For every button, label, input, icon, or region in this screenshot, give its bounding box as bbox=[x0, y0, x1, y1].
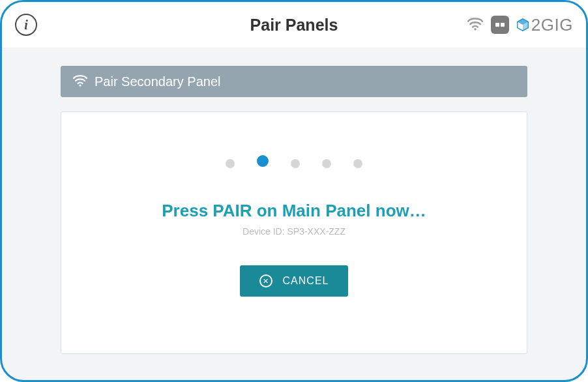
power-plug-icon bbox=[491, 16, 509, 34]
header-status-icons: 2GIG bbox=[466, 15, 573, 35]
info-icon[interactable]: i bbox=[15, 14, 37, 36]
x-circle-icon: ✕ bbox=[259, 274, 272, 287]
progress-dot bbox=[291, 159, 300, 168]
screen-frame: i Pair Panels bbox=[0, 0, 588, 382]
device-id-text: Device ID: SP3-XXX-ZZZ bbox=[243, 226, 345, 237]
progress-dot bbox=[322, 159, 331, 168]
cancel-button[interactable]: ✕ CANCEL bbox=[240, 265, 349, 297]
svg-point-1 bbox=[79, 84, 81, 86]
section-header: Pair Secondary Panel bbox=[61, 66, 527, 97]
brand-cube-icon bbox=[516, 18, 530, 32]
body-area: Pair Secondary Panel Press PAIR on Main … bbox=[2, 48, 586, 380]
header-bar: i Pair Panels bbox=[2, 2, 586, 48]
section-title: Pair Secondary Panel bbox=[95, 74, 220, 89]
instruction-text: Press PAIR on Main Panel now… bbox=[162, 201, 426, 221]
wifi-icon bbox=[466, 16, 484, 33]
pairing-card: Press PAIR on Main Panel now… Device ID:… bbox=[61, 111, 527, 354]
progress-dot bbox=[226, 159, 235, 168]
wifi-icon bbox=[72, 74, 88, 89]
cancel-button-label: CANCEL bbox=[283, 275, 329, 287]
progress-dot-active bbox=[257, 155, 269, 167]
progress-dot bbox=[353, 159, 362, 168]
svg-point-0 bbox=[474, 28, 477, 31]
brand-text: 2GIG bbox=[531, 15, 573, 35]
progress-dots bbox=[226, 158, 362, 169]
page-title: Pair Panels bbox=[250, 16, 338, 35]
brand-logo: 2GIG bbox=[516, 15, 573, 35]
